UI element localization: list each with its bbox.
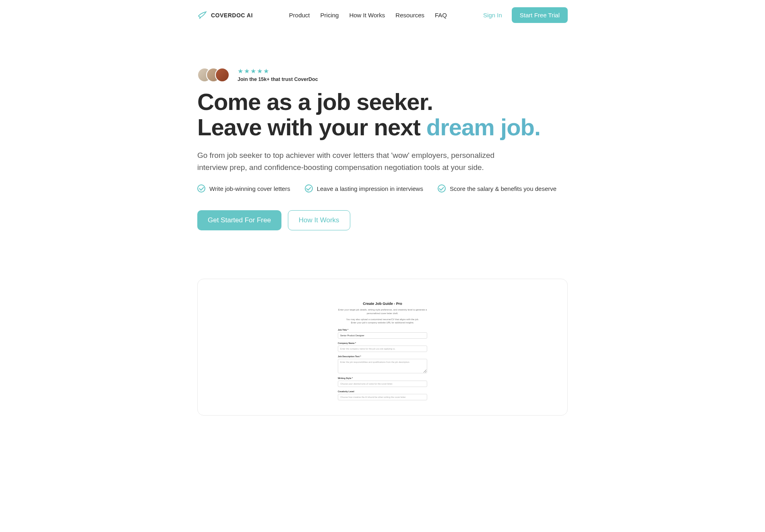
social-proof: ★ ★ ★ ★ ★ Join the 15k+ that trust Cover… [197, 67, 568, 82]
nav-how-it-works[interactable]: How It Works [349, 12, 385, 19]
demo-form: Create Job Guide - Pro Enter your target… [338, 302, 427, 400]
hero-section: ★ ★ ★ ★ ★ Join the 15k+ that trust Cover… [197, 30, 568, 230]
star-icon: ★ [244, 67, 250, 75]
feature-label: Score the salary & benefits you deserve [450, 185, 556, 192]
demo-section: Create Job Guide - Pro Enter your target… [197, 279, 568, 416]
star-icon: ★ [257, 67, 263, 75]
feature-item: Write job-winning cover letters [197, 184, 290, 193]
demo-title: Create Job Guide - Pro [338, 302, 427, 306]
feature-list: Write job-winning cover letters Leave a … [197, 184, 568, 193]
get-started-button[interactable]: Get Started For Free [197, 210, 281, 230]
hero-title-line2a: Leave with your next [197, 114, 426, 140]
site-header: COVERDOC AI Product Pricing How It Works… [197, 0, 568, 30]
check-icon [438, 184, 446, 193]
star-rating: ★ ★ ★ ★ ★ [238, 67, 318, 75]
hero-title: Come as a job seeker. Leave with your ne… [197, 89, 568, 140]
job-description-label: Job Description Text * [338, 355, 427, 358]
trust-text: Join the 15k+ that trust CoverDoc [238, 77, 318, 82]
how-it-works-button[interactable]: How It Works [288, 210, 350, 230]
start-free-trial-button[interactable]: Start Free Trial [512, 7, 568, 23]
cta-row: Get Started For Free How It Works [197, 210, 568, 230]
signin-link[interactable]: Sign In [483, 12, 502, 19]
job-description-input[interactable] [338, 359, 427, 373]
feature-item: Leave a lasting impression in interviews [305, 184, 423, 193]
company-name-label: Company Name * [338, 342, 427, 344]
writing-style-select[interactable]: Choose your desired tone of voice for th… [338, 381, 427, 387]
nav-pricing[interactable]: Pricing [320, 12, 339, 19]
company-name-input[interactable] [338, 346, 427, 352]
feature-label: Leave a lasting impression in interviews [317, 185, 423, 192]
demo-note: You may also upload a customized resume/… [338, 318, 427, 325]
creativity-label: Creativity Level [338, 390, 427, 393]
logo-icon [197, 10, 208, 21]
hero-title-accent: dream job. [426, 114, 540, 140]
header-actions: Sign In Start Free Trial [483, 7, 568, 23]
star-icon: ★ [238, 67, 243, 75]
star-icon: ★ [263, 67, 269, 75]
creativity-select[interactable]: Choose how creative the AI should be whe… [338, 394, 427, 400]
logo[interactable]: COVERDOC AI [197, 10, 253, 21]
demo-desc: Enter your target job details, writing s… [338, 308, 427, 315]
star-icon: ★ [250, 67, 256, 75]
feature-label: Write job-winning cover letters [209, 185, 290, 192]
main-nav: Product Pricing How It Works Resources F… [289, 12, 447, 19]
writing-style-label: Writing Style * [338, 377, 427, 379]
check-icon [305, 184, 313, 193]
demo-card: Create Job Guide - Pro Enter your target… [197, 279, 568, 416]
check-icon [197, 184, 205, 193]
hero-subtitle: Go from job seeker to top achiever with … [197, 149, 503, 173]
hero-title-line1: Come as a job seeker. [197, 89, 433, 115]
logo-text: COVERDOC AI [211, 12, 253, 19]
job-title-label: Job Title * [338, 329, 427, 331]
nav-product[interactable]: Product [289, 12, 310, 19]
avatar [215, 68, 229, 82]
nav-faq[interactable]: FAQ [435, 12, 447, 19]
feature-item: Score the salary & benefits you deserve [438, 184, 556, 193]
job-title-input[interactable] [338, 332, 427, 339]
nav-resources[interactable]: Resources [395, 12, 424, 19]
avatar-stack [197, 68, 229, 82]
